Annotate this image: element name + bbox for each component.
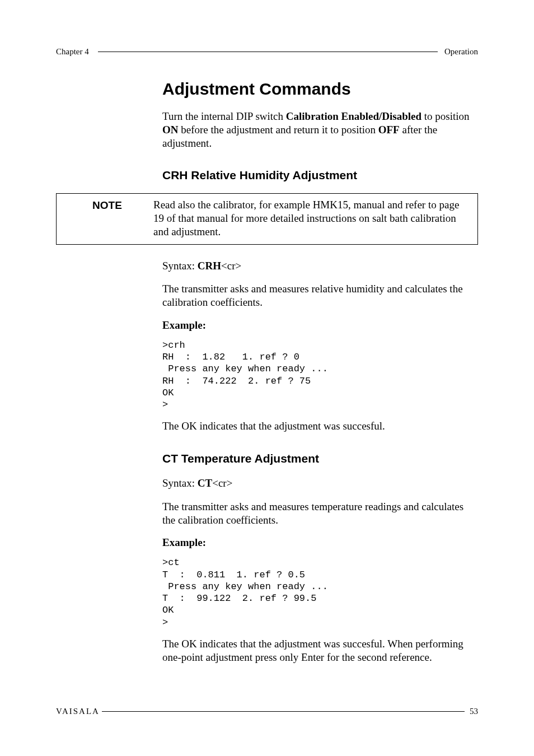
syntax-command: CRH: [198, 260, 221, 272]
section-title: Adjustment Commands: [162, 80, 478, 99]
crh-syntax: Syntax: CRH<cr>: [162, 259, 478, 273]
content-column: Syntax: CRH<cr> The transmitter asks and…: [162, 259, 478, 664]
note-label: NOTE: [61, 198, 153, 212]
crh-example-label: Example:: [162, 319, 478, 332]
header-left: Chapter 4: [56, 47, 89, 57]
syntax-label: Syntax:: [162, 260, 198, 272]
text: before the adjustment and return it to p…: [179, 124, 378, 136]
running-header: Chapter 4 Operation: [56, 47, 478, 57]
syntax-command: CT: [198, 477, 212, 489]
footer-rule: [102, 711, 465, 712]
ct-syntax: Syntax: CT<cr>: [162, 477, 478, 490]
ct-example-label: Example:: [162, 536, 478, 549]
text-bold: Calibration Enabled/Disabled: [286, 110, 421, 122]
text: to position: [421, 110, 470, 122]
note-box: NOTE Read also the calibrator, for examp…: [56, 193, 478, 244]
content-column: Adjustment Commands Turn the internal DI…: [162, 80, 478, 182]
text-bold: ON: [162, 124, 179, 136]
note-text: Read also the calibrator, for example HM…: [153, 198, 470, 238]
intro-paragraph: Turn the internal DIP switch Calibration…: [162, 110, 478, 150]
syntax-tail: <cr>: [221, 260, 241, 272]
syntax-tail: <cr>: [212, 477, 232, 489]
crh-code-block: >crh RH : 1.82 1. ref ? 0 Press any key …: [162, 339, 478, 411]
syntax-label: Syntax:: [162, 477, 198, 489]
header-rule: [98, 52, 438, 52]
crh-description: The transmitter asks and measures relati…: [162, 282, 478, 309]
ct-heading: CT Temperature Adjustment: [162, 452, 478, 465]
running-footer: VAISALA 53: [56, 707, 478, 717]
page: Chapter 4 Operation Adjustment Commands …: [0, 0, 534, 756]
footer-page-number: 53: [470, 707, 478, 716]
ct-after: The OK indicates that the adjustment was…: [162, 637, 478, 664]
footer-left: VAISALA: [56, 707, 100, 716]
text: Turn the internal DIP switch: [162, 110, 286, 122]
header-right: Operation: [444, 47, 478, 57]
crh-heading: CRH Relative Humidity Adjustment: [162, 169, 478, 182]
ct-code-block: >ct T : 0.811 1. ref ? 0.5 Press any key…: [162, 557, 478, 628]
crh-after: The OK indicates that the adjustment was…: [162, 419, 478, 433]
text-bold: OFF: [378, 124, 400, 136]
ct-description: The transmitter asks and measures temper…: [162, 500, 478, 527]
